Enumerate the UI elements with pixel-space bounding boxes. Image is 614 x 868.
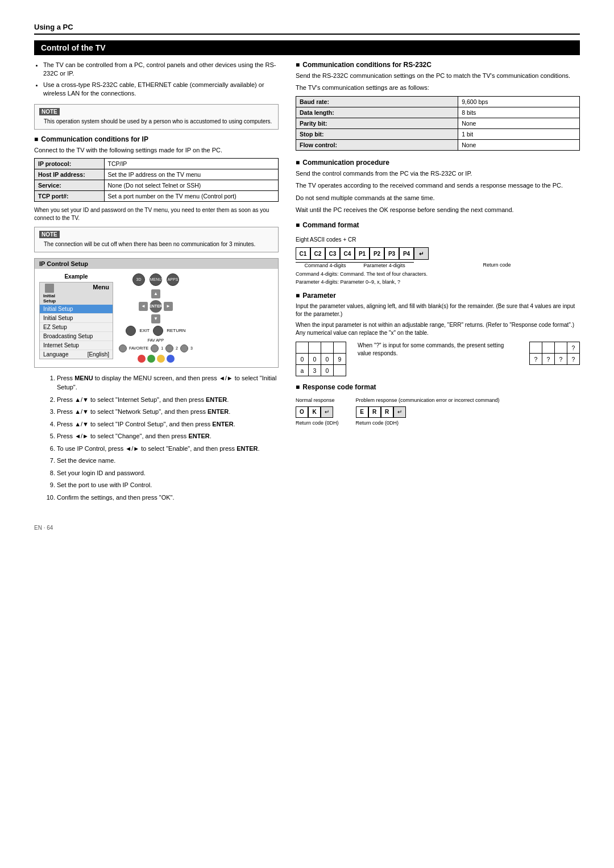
- flow-label: Flow control:: [296, 139, 458, 150]
- section-header: Using a PC: [34, 23, 580, 35]
- tcp-port-value: Set a port number on the TV menu (Contro…: [104, 190, 278, 201]
- p-cell: 3: [309, 365, 321, 376]
- cell-p3: P3: [384, 247, 399, 260]
- p-cell: a: [296, 365, 309, 376]
- resp-r2: R: [381, 406, 393, 418]
- example-label: Example: [39, 273, 113, 280]
- problem-response-area: Problem response (communication error or…: [356, 397, 500, 426]
- cell-p1: P1: [355, 247, 370, 260]
- q-cell: ?: [530, 354, 542, 365]
- cmd-note-2: Parameter 4-digits: Parameter 0–9, x, bl…: [296, 279, 580, 286]
- step-1: Press MENU to display the MENU screen, a…: [57, 373, 279, 392]
- fav-app-label: FAV APP: [148, 338, 164, 342]
- parity-value: None: [458, 118, 580, 128]
- rs232c-desc1: Send the RS-232C communication settings …: [296, 72, 580, 80]
- table-row: IP protocol: TCP/IP: [35, 158, 279, 169]
- menu-item-initial2: Initial Setup: [40, 314, 113, 323]
- table-row: ?: [530, 342, 580, 354]
- cmd-label-param: Parameter 4-digits: [355, 262, 414, 268]
- dpad-right: ►: [164, 302, 173, 311]
- service-label: Service:: [35, 180, 105, 190]
- menu-item-internet: Internet Setup: [40, 341, 113, 350]
- baud-label: Baud rate:: [296, 96, 458, 107]
- problem-response-label: Problem response (communication error or…: [356, 397, 500, 404]
- right-column: Communication conditions for RS-232C Sen…: [296, 61, 580, 508]
- btn-favorite: [119, 344, 127, 352]
- cmd-label-4digits: Command 4-digits: [296, 262, 355, 268]
- language-value: [English]: [88, 351, 109, 358]
- p-cell: [334, 342, 346, 354]
- comm-proc-title: Communication procedure: [296, 159, 580, 167]
- page-title: Control of the TV: [34, 40, 580, 55]
- p-cell: 9: [334, 354, 346, 365]
- p-cell: [309, 342, 321, 354]
- data-length-value: 8 bits: [458, 107, 580, 118]
- resp-o: O: [296, 406, 308, 418]
- param-question-table: ? ? ? ? ?: [529, 342, 580, 365]
- note-box-1: NOTE This operation system should be use…: [34, 104, 279, 130]
- q-cell: ?: [567, 342, 580, 354]
- param-desc2: When the input parameter is not within a…: [296, 321, 580, 337]
- menu-mock-header: InitialSetup Menu: [40, 283, 113, 305]
- resp-e: E: [356, 406, 368, 418]
- page-wrapper: Using a PC Control of the TV The TV can …: [34, 23, 580, 531]
- cmd-format-desc: Eight ASCII codes + CR: [296, 236, 580, 244]
- dpad-up: ▲: [151, 289, 160, 298]
- steps-list: Press MENU to display the MENU screen, a…: [34, 373, 279, 502]
- q-cell: [530, 342, 542, 354]
- fav-1: 1: [161, 346, 163, 350]
- ip-note: When you set your ID and password on the…: [34, 206, 279, 222]
- p-cell: [296, 342, 309, 354]
- bullet-1: The TV can be controlled from a PC, cont…: [43, 61, 279, 78]
- param-note-area: When "?" is input for some commands, the…: [358, 342, 518, 358]
- param-desc1: Input the parameter values, aligning lef…: [296, 302, 580, 318]
- table-row: Parity bit: None: [296, 118, 580, 128]
- table-row: Stop bit: 1 bit: [296, 128, 580, 139]
- tv-icon: [45, 284, 54, 293]
- btn-2: [165, 344, 173, 352]
- menu-label: Menu: [93, 284, 109, 304]
- cell-c1: C1: [296, 247, 310, 260]
- param-table: 0 0 0 9 a 3 0: [296, 342, 346, 376]
- param-note: When "?" is input for some commands, the…: [358, 342, 518, 358]
- comm-proc-2: The TV operates according to the receive…: [296, 181, 580, 190]
- dpad-down: ▼: [151, 314, 160, 323]
- q-cell: [542, 342, 555, 354]
- flow-value: None: [458, 139, 580, 150]
- menu-mock: InitialSetup Menu Initial Setup Initial …: [39, 282, 113, 359]
- q-cell: ?: [567, 354, 580, 365]
- cell-c4: C4: [340, 247, 355, 260]
- exit-label: EXIT: [139, 328, 150, 333]
- btn-green: [147, 355, 155, 363]
- p-cell: 0: [309, 354, 321, 365]
- p-cell: [334, 365, 346, 376]
- note-text-1: This operation system should be used by …: [44, 118, 273, 126]
- btn-yellow: [157, 355, 165, 363]
- table-row: Data length: 8 bits: [296, 107, 580, 118]
- step-3: Press ▲/▼ to select "Network Setup", and…: [57, 407, 279, 417]
- table-row: [296, 342, 346, 354]
- resp-return-label2: Return code (0DH): [356, 420, 500, 427]
- table-row: Flow control: None: [296, 139, 580, 150]
- baud-value: 9,600 bps: [458, 96, 580, 107]
- stop-value: 1 bit: [458, 128, 580, 139]
- q-cell: [555, 342, 567, 354]
- btn-apps: APPS: [167, 273, 179, 286]
- step-10: Confirm the settings, and then press "OK…: [57, 493, 279, 502]
- fav-2: 2: [176, 346, 178, 350]
- stop-label: Stop bit:: [296, 128, 458, 139]
- comm-ip-title: Communication conditions for IP: [34, 135, 279, 143]
- note-text-2: The connection will be cut off when ther…: [44, 240, 273, 248]
- service-value: None (Do not select Telnet or SSH): [104, 180, 278, 190]
- return-label: RETURN: [167, 328, 185, 333]
- table-row: 0 0 0 9: [296, 354, 346, 365]
- btn-red: [138, 355, 146, 363]
- cmd-note-1: Command 4-digits: Command. The text of f…: [296, 271, 580, 279]
- btn-blue: [167, 355, 175, 363]
- ip-protocol-value: TCP/IP: [104, 158, 278, 169]
- fav-label: FAVORITE: [129, 346, 148, 350]
- table-row: Service: None (Do not select Telnet or S…: [35, 180, 279, 190]
- tcp-port-label: TCP port#:: [35, 190, 105, 201]
- ascii-labels: Command 4-digits Parameter 4-digits Retu…: [296, 262, 580, 268]
- cell-p2: P2: [370, 247, 384, 260]
